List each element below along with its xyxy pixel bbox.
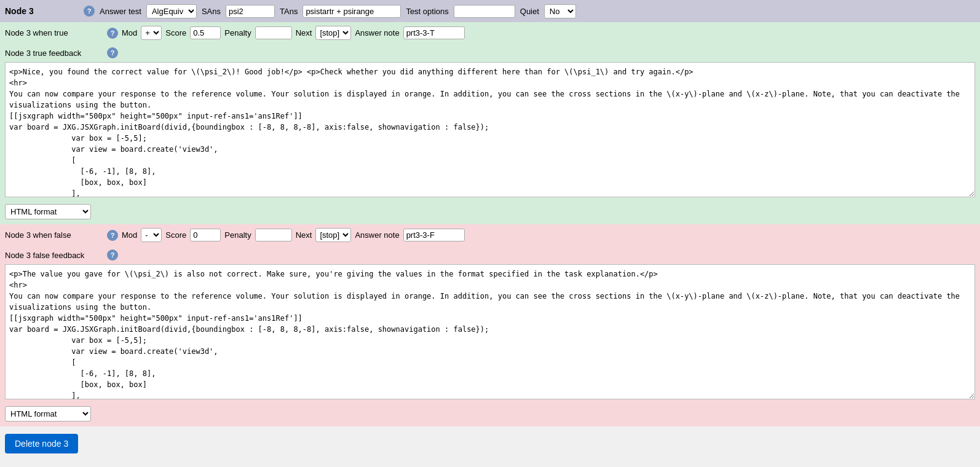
false-answer-note-label: Answer note bbox=[355, 230, 399, 240]
true-format-select[interactable]: HTML format Plain text Markdown bbox=[5, 204, 91, 219]
true-score-label: Score bbox=[165, 28, 186, 37]
sans-input[interactable] bbox=[226, 5, 275, 18]
when-true-section: Node 3 when true ? Mod + - = Score Penal… bbox=[0, 22, 980, 224]
when-false-row: Node 3 when false ? Mod + - = Score Pena… bbox=[0, 224, 980, 246]
false-answer-note-input[interactable] bbox=[403, 229, 465, 241]
true-mod-label: Mod bbox=[122, 28, 137, 37]
false-format-bar: HTML format Plain text Markdown bbox=[0, 404, 980, 426]
false-penalty-label: Penalty bbox=[224, 230, 251, 240]
test-options-input[interactable] bbox=[454, 5, 515, 18]
when-false-section: Node 3 when false ? Mod + - = Score Pena… bbox=[0, 224, 980, 426]
delete-node-button[interactable]: Delete node 3 bbox=[5, 434, 78, 453]
when-true-label: Node 3 when true bbox=[5, 28, 103, 37]
quiet-label: Quiet bbox=[520, 7, 539, 16]
test-options-label: Test options bbox=[406, 7, 448, 16]
when-false-label: Node 3 when false bbox=[5, 230, 103, 240]
false-next-label: Next bbox=[296, 230, 312, 240]
header-help-icon[interactable]: ? bbox=[84, 6, 95, 17]
true-mod-select[interactable]: + - = bbox=[141, 26, 162, 40]
when-true-help-icon[interactable]: ? bbox=[107, 28, 118, 39]
false-feedback-textarea[interactable]: <p>The value you gave for \(\psi_2\) is … bbox=[5, 264, 975, 399]
false-penalty-input[interactable] bbox=[255, 229, 292, 241]
true-feedback-label: Node 3 true feedback bbox=[5, 49, 103, 58]
false-feedback-label-row: Node 3 false feedback ? bbox=[0, 246, 980, 264]
true-feedback-textarea[interactable]: <p>Nice, you found the correct value for… bbox=[5, 62, 975, 197]
tans-label: TAns bbox=[280, 7, 298, 16]
false-format-select[interactable]: HTML format Plain text Markdown bbox=[5, 406, 91, 422]
true-format-bar: HTML format Plain text Markdown bbox=[0, 202, 980, 224]
true-feedback-textarea-container: <p>Nice, you found the correct value for… bbox=[5, 62, 975, 199]
true-feedback-label-row: Node 3 true feedback ? bbox=[0, 44, 980, 62]
answer-test-label: Answer test bbox=[100, 7, 141, 16]
when-false-help-icon[interactable]: ? bbox=[107, 230, 118, 241]
node-title: Node 3 bbox=[5, 6, 79, 16]
true-score-input[interactable] bbox=[190, 26, 221, 39]
false-feedback-help-icon[interactable]: ? bbox=[107, 249, 118, 261]
true-penalty-input[interactable] bbox=[255, 26, 292, 39]
false-mod-label: Mod bbox=[122, 230, 137, 240]
true-next-select[interactable]: [stop] bbox=[315, 26, 351, 40]
sans-label: SAns bbox=[202, 7, 221, 16]
true-penalty-label: Penalty bbox=[224, 28, 251, 37]
false-score-input[interactable] bbox=[190, 229, 221, 241]
false-mod-select[interactable]: + - = bbox=[141, 228, 162, 242]
when-true-row: Node 3 when true ? Mod + - = Score Penal… bbox=[0, 22, 980, 44]
false-next-select[interactable]: [stop] bbox=[315, 228, 351, 242]
tans-input[interactable] bbox=[302, 5, 401, 18]
false-score-label: Score bbox=[165, 230, 186, 240]
true-answer-note-input[interactable] bbox=[403, 26, 465, 39]
answer-test-select[interactable]: AlgEquiv bbox=[146, 4, 197, 18]
quiet-select[interactable]: No Yes bbox=[544, 4, 576, 18]
false-feedback-textarea-container: <p>The value you gave for \(\psi_2\) is … bbox=[5, 264, 975, 401]
true-feedback-help-icon[interactable]: ? bbox=[107, 47, 118, 58]
true-answer-note-label: Answer note bbox=[355, 28, 399, 37]
false-feedback-label: Node 3 false feedback bbox=[5, 251, 103, 260]
header-row: Node 3 ? Answer test AlgEquiv SAns TAns … bbox=[0, 0, 980, 22]
true-next-label: Next bbox=[296, 28, 312, 37]
delete-row: Delete node 3 bbox=[0, 426, 980, 461]
